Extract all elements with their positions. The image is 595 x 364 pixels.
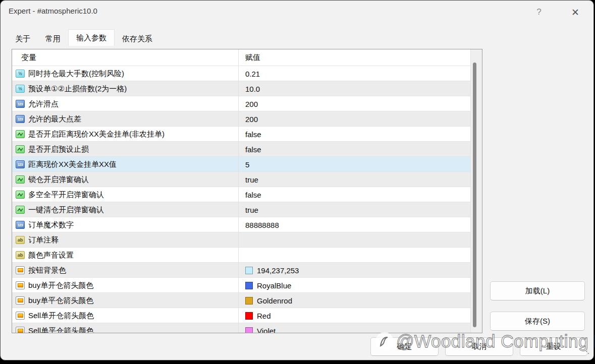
param-name-cell: 123距离现价XX美金挂单XX值	[12, 160, 238, 169]
param-value-cell[interactable]: 10.0	[238, 85, 471, 93]
bool-type-icon	[16, 175, 25, 184]
param-label: 预设单①②止损倍数(2为一格)	[28, 84, 127, 94]
param-name-cell: ½预设单①②止损倍数(2为一格)	[12, 84, 238, 94]
table-row[interactable]: 按钮背景色194,237,253	[12, 263, 471, 278]
load-button[interactable]: 加载(L)	[490, 281, 585, 300]
param-name-cell: 是否开启预设止损	[12, 145, 238, 154]
color-gradient	[18, 268, 23, 272]
table-row[interactable]: Sell单开仓箭头颜色Red	[12, 308, 471, 323]
param-value: 200	[245, 115, 258, 124]
param-value-cell[interactable]: false	[238, 191, 471, 199]
param-value-cell[interactable]: Violet	[238, 327, 471, 334]
table-row[interactable]: ½同时持仓最大手数(控制风险)0.21	[12, 66, 471, 81]
table-row[interactable]: ab订单注释	[12, 232, 471, 248]
param-value: false	[245, 130, 261, 139]
param-label: buy单平仓箭头颜色	[28, 296, 93, 306]
param-name-cell: buy单开仓箭头颜色	[12, 281, 238, 290]
column-divider	[238, 49, 239, 333]
table-row[interactable]: 123距离现价XX美金挂单XX值5	[12, 157, 471, 172]
table-row[interactable]: 是否开启距离现价XX美金挂单(非农挂单)false	[12, 127, 471, 142]
param-value-cell[interactable]: 200	[238, 115, 471, 124]
bool-type-icon	[16, 206, 25, 214]
param-value-cell[interactable]: 5	[238, 160, 471, 169]
param-value-cell[interactable]: false	[238, 130, 471, 139]
param-name-cell: 一键清仓开启弹窗确认	[12, 205, 238, 215]
param-name-cell: ab订单注释	[12, 235, 238, 245]
param-name-cell: buy单平仓箭头颜色	[12, 296, 238, 306]
table-row[interactable]: 123允许的最大点差200	[12, 111, 471, 127]
param-name-cell: 按钮背景色	[12, 266, 238, 275]
color-swatch	[245, 282, 253, 289]
param-value-cell[interactable]: 0.21	[238, 70, 471, 78]
color-type-icon	[16, 281, 25, 289]
table-row[interactable]: buy单开仓箭头颜色RoyalBlue	[12, 278, 471, 293]
param-value-cell[interactable]: 200	[238, 100, 471, 108]
param-value: false	[245, 191, 261, 199]
param-label: 锁仓开启弹窗确认	[28, 175, 89, 185]
close-icon[interactable]: ✕	[568, 5, 583, 20]
tab-输入参数[interactable]: 输入参数	[68, 29, 115, 46]
help-icon[interactable]: ?	[531, 5, 547, 20]
param-value: 10.0	[245, 85, 260, 93]
color-type-icon	[16, 266, 25, 274]
param-label: 允许的最大点差	[28, 114, 81, 124]
param-label: 允许滑点	[28, 99, 59, 109]
table-row[interactable]: 123允许滑点200	[12, 96, 471, 111]
param-label: Sell单平仓箭头颜色	[28, 326, 94, 334]
window-title: Expert - #atmospheric10.0	[9, 7, 97, 15]
table-row[interactable]: 123订单魔术数字88888888	[12, 217, 471, 232]
param-value-cell[interactable]: false	[238, 145, 471, 154]
param-value: false	[245, 145, 261, 154]
param-value-cell[interactable]: Goldenrod	[238, 296, 471, 305]
param-label: 是否开启预设止损	[28, 145, 89, 154]
cancel-button[interactable]: 取消	[445, 337, 513, 356]
ok-button[interactable]: 确定	[370, 337, 439, 356]
param-value-cell[interactable]: RoyalBlue	[238, 281, 471, 290]
param-label: 同时持仓最大手数(控制风险)	[28, 69, 124, 79]
table-row[interactable]: ab颜色声音设置	[12, 248, 471, 263]
variable-column-header: 变量	[12, 53, 238, 63]
param-value: 200	[245, 100, 258, 108]
table-row[interactable]: ½预设单①②止损倍数(2为一格)10.0	[12, 81, 471, 96]
param-value: 0.21	[245, 70, 260, 78]
vertical-scrollbar[interactable]	[470, 49, 482, 333]
color-gradient	[18, 329, 23, 333]
param-name-cell: 多空全平开启弹窗确认	[12, 190, 238, 200]
param-name-cell: ½同时持仓最大手数(控制风险)	[12, 69, 238, 79]
table-row[interactable]: 锁仓开启弹窗确认true	[12, 172, 471, 187]
resize-grip[interactable]	[585, 350, 589, 354]
param-label: 多空全平开启弹窗确认	[28, 190, 104, 200]
table-header: 变量 赋值	[12, 49, 482, 66]
string-type-icon: ab	[16, 236, 25, 244]
table-row[interactable]: buy单平仓箭头颜色Goldenrod	[12, 293, 471, 308]
param-value-cell[interactable]: Red	[238, 312, 471, 320]
tab-常用[interactable]: 常用	[38, 32, 68, 46]
table-row[interactable]: 一键清仓开启弹窗确认true	[12, 202, 471, 217]
tab-关于[interactable]: 关于	[8, 32, 38, 46]
reset-button[interactable]: 重设	[520, 337, 587, 356]
color-swatch	[245, 327, 253, 334]
param-value-cell[interactable]: 88888888	[238, 221, 471, 229]
param-value-cell[interactable]: true	[238, 175, 471, 184]
param-name-cell: 123允许滑点	[12, 99, 238, 109]
save-button[interactable]: 保存(S)	[490, 312, 585, 331]
table-row[interactable]: Sell单平仓箭头颜色Violet	[12, 323, 471, 333]
param-value: Violet	[257, 327, 276, 334]
tab-依存关系[interactable]: 依存关系	[115, 32, 160, 46]
int-type-icon: 123	[16, 160, 25, 168]
string-type-icon: ab	[16, 251, 25, 259]
int-type-icon: 123	[16, 100, 25, 108]
table-row[interactable]: 多空全平开启弹窗确认false	[12, 187, 471, 202]
color-gradient	[18, 314, 23, 318]
table-row[interactable]: 是否开启预设止损false	[12, 142, 471, 157]
param-value-cell[interactable]: 194,237,253	[238, 266, 471, 275]
scrollbar-thumb[interactable]	[473, 63, 476, 327]
value-column-header: 赋值	[238, 53, 260, 63]
param-name-cell: 锁仓开启弹窗确认	[12, 175, 238, 185]
param-label: buy单开仓箭头颜色	[28, 281, 93, 290]
param-name-cell: Sell单平仓箭头颜色	[12, 326, 238, 334]
param-name-cell: 123允许的最大点差	[12, 114, 238, 124]
param-value-cell[interactable]: true	[238, 206, 471, 214]
param-label: 按钮背景色	[28, 266, 66, 275]
double-type-icon: ½	[16, 70, 25, 78]
